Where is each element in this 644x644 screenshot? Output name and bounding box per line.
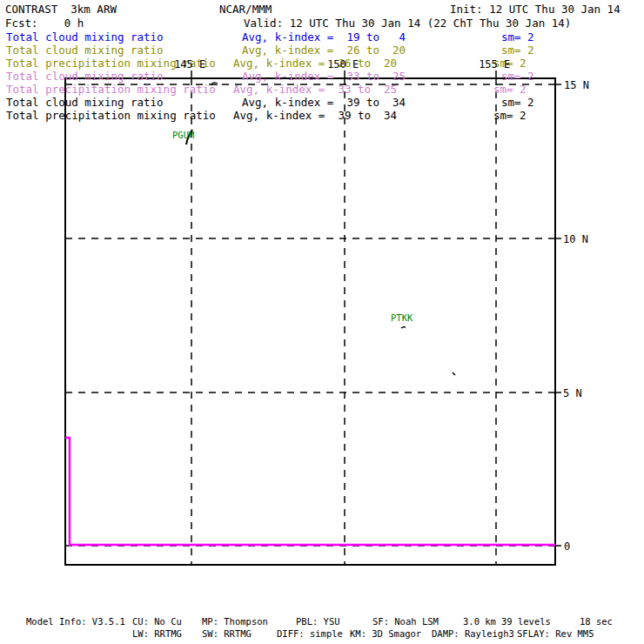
footer-segment: SF: Noah LSM (372, 617, 439, 627)
legend-row: Total cloud mixing ratio Avg, k-index = … (0, 71, 644, 84)
legend-label: Total cloud mixing ratio (6, 45, 164, 57)
lon-tick-label: 150 E (327, 59, 359, 70)
legend-stat: Avg, k-index = 39 to 34 (233, 111, 397, 122)
plot-canvas: CONTRAST 3km ARW NCAR/MMM Init: 12 UTC T… (0, 0, 644, 644)
legend-label: Total cloud mixing ratio (6, 32, 164, 44)
valid-time: Valid: 12 UTC Thu 30 Jan 14 (22 ChT Thu … (244, 18, 571, 30)
footer-segment: DIFF: simple (277, 629, 343, 639)
legend-stat: Avg, k-index = 33 to 25 (233, 84, 397, 96)
model-title: CONTRAST 3km ARW (5, 4, 117, 16)
footer-segment: CU: No Cu (132, 617, 182, 627)
footer-segment: 3.0 km (463, 617, 496, 627)
footer-segment: 18 sec (580, 617, 613, 627)
footer-segment: LW: RRTMG (132, 629, 182, 639)
legend-stat: Avg, k-index = 19 to 4 (242, 32, 406, 44)
legend-label: Total precipitation mixing ratio (6, 84, 216, 96)
lat-tick-label: 10 N (563, 234, 588, 245)
legend-label: Total cloud mixing ratio (6, 97, 164, 109)
init-time: Init: 12 UTC Thu 30 Jan 14 (450, 4, 621, 16)
legend-row: Total precipitation mixing ratio Avg, k-… (0, 111, 644, 123)
center-name: NCAR/MMM (219, 4, 272, 16)
legend-stat: Avg, k-index = 33 to 25 (242, 71, 406, 83)
footer-segment: MP: Thompson (202, 617, 268, 627)
forecast-hour: Fcst: 0 h (5, 18, 84, 30)
lon-tick-label: 155 E (479, 59, 510, 70)
legend-sm: sm= 2 (501, 32, 534, 44)
legend-sm: sm= 2 (501, 45, 534, 57)
footer-segment: KM: 3D Smagor (350, 629, 421, 639)
legend-row: Total precipitation mixing ratio Avg, k-… (0, 84, 644, 97)
lon-tick-label: 145 E (174, 59, 205, 70)
footer-segment: DAMP: Rayleigh3 (432, 629, 514, 639)
legend-row: Total cloud mixing ratio Avg, k-index = … (0, 45, 644, 57)
island-small-icon (453, 372, 455, 375)
legend-row: Total cloud mixing ratio Avg, k-index = … (0, 97, 644, 110)
legend-stat: Avg, k-index = 39 to 34 (242, 97, 406, 109)
lat-tick-label: 0 (564, 541, 570, 552)
legend-sm: sm= 2 (501, 71, 534, 83)
mixing-ratio-trace (65, 438, 555, 545)
legend-label: Total cloud mixing ratio (6, 71, 164, 83)
footer-segment: Model Info: V3.5.1 (26, 617, 125, 627)
island-chuuk-icon (401, 327, 406, 328)
legend-label: Total precipitation mixing ratio (6, 111, 216, 122)
map-frame (65, 78, 555, 565)
legend-sm: sm= 2 (493, 84, 527, 96)
footer-segment: 39 levels (501, 617, 551, 627)
lat-tick-label: 5 N (563, 388, 582, 399)
lat-tick-label: 15 N (564, 80, 589, 91)
footer-segment: SFLAY: Rev MM5 (517, 629, 594, 639)
legend-sm: sm= 2 (501, 97, 534, 109)
legend-row: Total cloud mixing ratio Avg, k-index = … (0, 32, 644, 44)
legend-sm: sm= 2 (493, 111, 527, 122)
legend-stat: Avg, k-index = 26 to 20 (233, 58, 397, 70)
footer-segment: SW: RRTMG (202, 629, 252, 639)
legend-stat: Avg, k-index = 26 to 20 (242, 45, 406, 57)
legend-row: Total precipitation mixing ratio Avg, k-… (0, 58, 644, 70)
footer-segment: PBL: YSU (296, 617, 340, 627)
station-label-ptkk: PTKK (391, 313, 413, 323)
station-label-pgum: PGUM (172, 131, 194, 140)
